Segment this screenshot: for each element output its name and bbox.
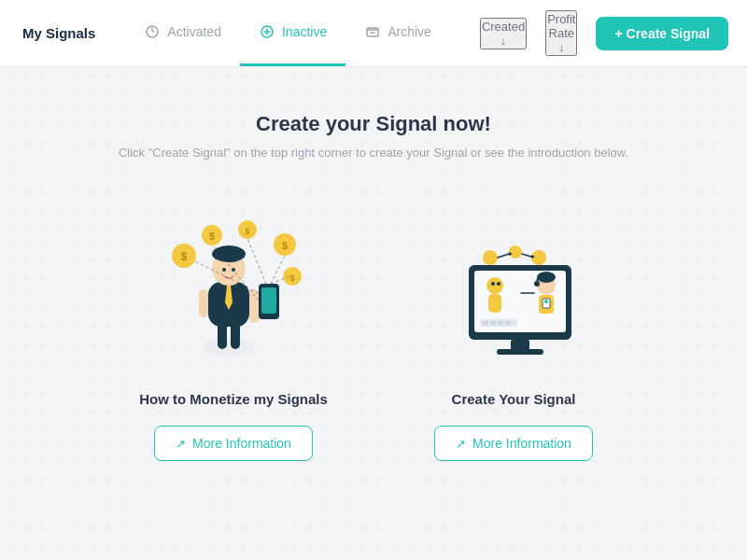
external-link-icon-2: ↗	[456, 437, 466, 451]
svg-point-3	[203, 338, 255, 357]
svg-point-48	[544, 300, 548, 303]
svg-rect-13	[261, 287, 276, 314]
archive-icon	[364, 23, 381, 40]
svg-rect-41	[498, 321, 503, 325]
svg-point-8	[212, 245, 246, 262]
tab-activated[interactable]: Activated	[125, 0, 240, 66]
create-signal-label: Create Your Signal	[452, 391, 576, 407]
svg-text:$: $	[181, 250, 188, 263]
svg-rect-33	[497, 349, 543, 355]
svg-point-34	[486, 277, 503, 294]
tab-archive[interactable]: Archive	[345, 0, 450, 66]
svg-point-49	[483, 250, 498, 265]
tab-inactive[interactable]: Inactive	[240, 0, 345, 66]
svg-rect-39	[483, 321, 488, 325]
svg-point-50	[509, 245, 522, 259]
tab-inactive-label: Inactive	[282, 24, 327, 39]
svg-point-51	[531, 250, 546, 265]
page-subtitle: Click "Create Signal" on the top right c…	[119, 146, 628, 160]
svg-rect-35	[488, 294, 501, 313]
card-monetize: $ $ $ $ $	[131, 204, 336, 461]
header: My Signals Activated Inactive	[0, 0, 747, 67]
sort-created-button[interactable]: Created ↓	[480, 18, 527, 49]
svg-text:$: $	[282, 240, 288, 251]
card-create-signal: Create Your Signal ↗ More Information	[411, 204, 616, 461]
create-signal-button[interactable]: + Create Signal	[596, 17, 728, 50]
app-logo: My Signals	[22, 25, 95, 41]
create-signal-illustration	[420, 204, 607, 372]
monetize-illustration: $ $ $ $ $	[140, 204, 327, 372]
svg-point-9	[222, 268, 226, 272]
svg-point-37	[497, 282, 500, 286]
svg-line-27	[247, 239, 266, 284]
cards-row: $ $ $ $ $	[131, 204, 616, 461]
create-signal-more-info-button[interactable]: ↗ More Information	[434, 426, 593, 461]
svg-text:$: $	[209, 231, 215, 242]
refresh-icon	[144, 23, 161, 40]
svg-line-52	[498, 254, 509, 258]
tab-activated-label: Activated	[167, 24, 221, 39]
header-right: Created ↓ Profit Rate ↓ + Create Signal	[480, 10, 728, 56]
monetize-more-info-button[interactable]: ↗ More Information	[154, 426, 313, 461]
main-content: Create your Signal now! Click "Create Si…	[0, 67, 747, 461]
svg-rect-42	[505, 321, 511, 325]
svg-point-46	[534, 281, 540, 287]
svg-text:$: $	[289, 273, 294, 283]
svg-point-36	[491, 282, 495, 286]
external-link-icon: ↗	[176, 437, 186, 451]
svg-line-54	[522, 254, 531, 257]
monetize-label: How to Monetize my Signals	[139, 391, 328, 407]
nav-tabs: Activated Inactive Archive	[125, 0, 450, 66]
svg-rect-40	[490, 321, 496, 325]
page-title: Create your Signal now!	[256, 112, 491, 136]
svg-rect-14	[199, 289, 208, 317]
svg-line-26	[271, 256, 285, 284]
tab-archive-label: Archive	[388, 24, 431, 39]
inactive-icon	[259, 23, 275, 40]
sort-profit-button[interactable]: Profit Rate ↓	[545, 10, 577, 56]
svg-text:$: $	[245, 227, 249, 236]
